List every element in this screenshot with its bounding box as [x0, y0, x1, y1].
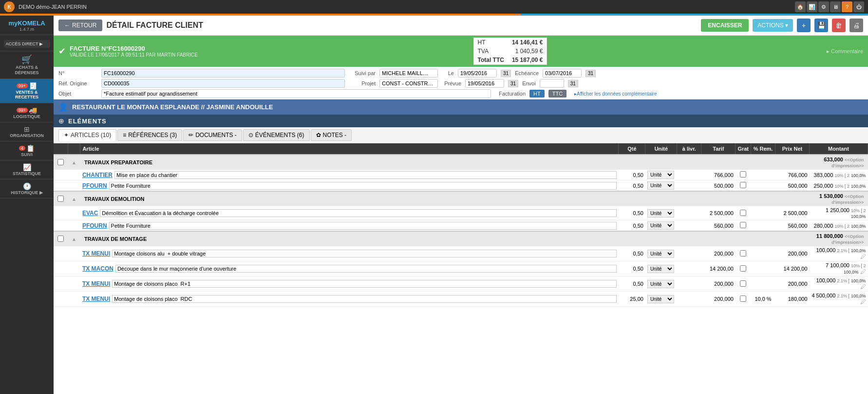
- item-ref[interactable]: TX MENUI: [82, 296, 110, 302]
- item-grat-checkbox[interactable]: [740, 182, 746, 188]
- item-unite-select[interactable]: Unité: [647, 181, 674, 190]
- tab-references[interactable]: ≡ RÉFÉRENCES (3): [117, 129, 182, 141]
- sidebar-section-ventes[interactable]: 99+ 🧾 VENTES &RECETTES: [0, 79, 54, 104]
- item-tarif: 200,000: [701, 276, 736, 292]
- section-checkbox[interactable]: [57, 236, 64, 242]
- tab-documents[interactable]: ✏ DOCUMENTS -: [183, 129, 242, 141]
- edit-icon[interactable]: 🖊: [860, 283, 866, 290]
- add-button[interactable]: +: [797, 19, 811, 32]
- sidebar-section-organisation[interactable]: ⊞ ORGANISATION: [0, 122, 54, 141]
- sidebar-acces-direct[interactable]: ACCÈS DIRECT ▶: [4, 40, 50, 48]
- item-desc-input[interactable]: [109, 222, 617, 230]
- item-ref[interactable]: TX MACON: [82, 265, 113, 272]
- item-unite-select[interactable]: Unité: [647, 171, 674, 179]
- item-prix-net: 200,000: [775, 246, 810, 261]
- item-grat-checkbox[interactable]: [740, 250, 746, 256]
- echeance-calendar-btn[interactable]: 31: [585, 70, 596, 77]
- envoi-input[interactable]: [540, 79, 564, 88]
- item-grat-checkbox[interactable]: [740, 222, 746, 228]
- expand-icon[interactable]: ▲: [72, 197, 76, 202]
- comment-link[interactable]: ▸ Commentaire: [827, 48, 863, 55]
- item-qte: 0,50: [619, 170, 645, 180]
- item-desc-input[interactable]: [112, 250, 617, 257]
- status-check-icon: ✔: [58, 46, 66, 57]
- client-section: 👤 RESTAURANT LE MONTANA ESPLANADE // JAS…: [54, 99, 868, 115]
- item-unite-select[interactable]: Unité: [647, 221, 674, 230]
- home-icon[interactable]: 🏠: [795, 1, 806, 12]
- item-ref[interactable]: EVAC: [82, 210, 98, 217]
- back-button[interactable]: ← RETOUR: [58, 20, 102, 31]
- delete-button[interactable]: 🗑: [832, 19, 846, 32]
- actions-button[interactable]: ACTIONS ▾: [753, 19, 793, 32]
- item-grat-checkbox[interactable]: [740, 210, 746, 216]
- objet-label: Objet: [58, 91, 97, 97]
- item-desc-input[interactable]: [114, 171, 617, 179]
- afficher-link[interactable]: ▸Afficher les données complémentaire: [574, 91, 657, 97]
- item-ref[interactable]: TX MENUI: [82, 280, 110, 287]
- suivi-input[interactable]: [379, 69, 438, 78]
- item-grat-checkbox[interactable]: [740, 280, 746, 287]
- tab-evenements[interactable]: ⊙ ÉVÉNEMENTS (6): [243, 129, 310, 141]
- item-tarif: 500,000: [701, 180, 736, 192]
- sidebar-section-achats[interactable]: 🛒 ACHATS &DÉPENSES: [0, 51, 54, 79]
- item-unite-select[interactable]: Unité: [647, 209, 674, 217]
- item-grat-checkbox[interactable]: [740, 296, 746, 302]
- save-button[interactable]: 💾: [814, 19, 828, 32]
- section-checkbox[interactable]: [57, 196, 64, 202]
- item-ref[interactable]: CHANTIER: [82, 172, 113, 178]
- sidebar-section-suivi[interactable]: 4 📋 SUIVI: [0, 141, 54, 160]
- item-desc-input[interactable]: [112, 280, 617, 288]
- prevue-input[interactable]: [465, 79, 504, 88]
- item-grat-checkbox[interactable]: [740, 265, 746, 272]
- item-desc-input[interactable]: [109, 182, 617, 190]
- item-livr: [677, 206, 701, 220]
- chart-icon[interactable]: 📊: [807, 1, 817, 12]
- item-unite-select[interactable]: Unité: [647, 265, 674, 273]
- ref-origine-input[interactable]: [101, 79, 345, 88]
- sidebar-section-historique[interactable]: 🕐 HISTORIQUE ▶: [0, 179, 54, 198]
- item-grat-checkbox[interactable]: [740, 171, 746, 177]
- edit-icon[interactable]: 🖊: [860, 253, 866, 260]
- edit-icon[interactable]: 🖊: [860, 298, 866, 305]
- le-calendar-btn[interactable]: 31: [501, 70, 511, 77]
- tab-articles[interactable]: ✦ ARTICLES (10): [58, 129, 116, 141]
- numero-input[interactable]: [101, 69, 345, 78]
- item-prix-net: 2 500,000: [775, 206, 810, 220]
- item-desc-input[interactable]: [115, 265, 617, 273]
- item-desc-input[interactable]: [112, 295, 617, 303]
- print-button[interactable]: 🖨: [849, 19, 863, 32]
- echeance-input[interactable]: [543, 69, 582, 78]
- expand-icon[interactable]: ▲: [72, 160, 76, 165]
- help-icon[interactable]: ?: [842, 1, 852, 12]
- item-unite-select[interactable]: Unité: [647, 295, 674, 303]
- sidebar-section-logistique[interactable]: 99+ 🚚 LOGISTIQUE: [0, 103, 54, 122]
- item-expand-cell: [68, 276, 80, 292]
- btn-ht[interactable]: HT: [529, 90, 545, 98]
- item-ref[interactable]: PFOURN: [82, 222, 107, 229]
- item-montant: 7 100,000 10% [ 2 100,0% 🖊: [810, 261, 868, 276]
- item-remise: [751, 170, 775, 180]
- settings-icon[interactable]: ⚙: [818, 1, 829, 12]
- documents-icon: ✏: [189, 132, 193, 138]
- item-desc-input[interactable]: [100, 209, 617, 217]
- item-ref[interactable]: TX MENUI: [82, 250, 110, 257]
- le-date-input[interactable]: [458, 69, 497, 78]
- edit-icon[interactable]: 🖊: [860, 268, 866, 275]
- projet-input[interactable]: [379, 79, 438, 88]
- btn-ttc[interactable]: TTC: [548, 90, 566, 98]
- prevue-calendar-btn[interactable]: 31: [508, 80, 518, 87]
- monitor-icon[interactable]: 🖥: [830, 1, 841, 12]
- expand-icon[interactable]: ▲: [72, 236, 76, 242]
- envoi-calendar-btn[interactable]: 31: [568, 80, 578, 87]
- power-icon[interactable]: ⏻: [853, 1, 864, 12]
- encaisser-button[interactable]: ENCAISSER: [701, 19, 749, 32]
- tab-notes[interactable]: ✿ NOTES -: [311, 129, 352, 141]
- item-unite-select[interactable]: Unité: [647, 250, 674, 258]
- item-ref[interactable]: PFOURN: [82, 182, 107, 189]
- objet-input[interactable]: [101, 89, 491, 98]
- client-name: RESTAURANT LE MONTANA ESPLANADE // JASMI…: [72, 103, 273, 111]
- item-unite-select[interactable]: Unité: [647, 280, 674, 288]
- sidebar-section-statistique[interactable]: 📈 STATISTIQUE: [0, 160, 54, 179]
- item-grat-cell: [736, 261, 751, 276]
- section-checkbox[interactable]: [57, 159, 64, 165]
